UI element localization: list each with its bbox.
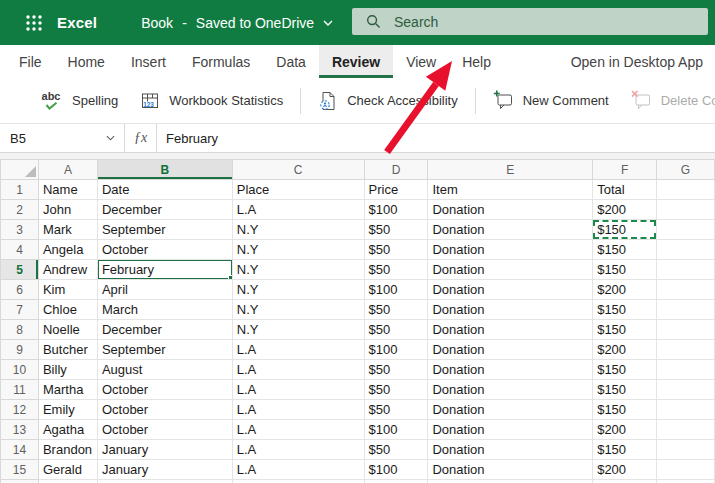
cell-A16[interactable] [38,480,97,483]
cell-A11[interactable]: Martha [38,380,97,400]
cell-E4[interactable]: Donation [428,240,593,260]
cell-G13[interactable] [657,420,715,440]
column-header-G[interactable]: G [657,160,715,180]
cell-F13[interactable]: $200 [593,420,657,440]
formula-input[interactable]: February [157,124,715,152]
cell-A15[interactable]: Gerald [38,460,97,480]
tab-view[interactable]: View [393,45,449,78]
tab-review[interactable]: Review [319,45,393,78]
select-all-button[interactable] [1,160,39,180]
cell-E6[interactable]: Donation [428,280,593,300]
cell-C14[interactable]: L.A [232,440,364,460]
cell-F1[interactable]: Total [593,180,657,200]
cell-C10[interactable]: L.A [232,360,364,380]
cell-A9[interactable]: Butcher [38,340,97,360]
cell-F16[interactable] [593,480,657,483]
cell-C1[interactable]: Place [232,180,364,200]
cell-A14[interactable]: Brandon [38,440,97,460]
cell-B10[interactable]: August [97,360,232,380]
cell-A2[interactable]: John [38,200,97,220]
cell-F10[interactable]: $150 [593,360,657,380]
cell-E13[interactable]: Donation [428,420,593,440]
cell-E11[interactable]: Donation [428,380,593,400]
app-launcher-button[interactable] [24,13,44,33]
cell-E1[interactable]: Item [428,180,593,200]
cell-D9[interactable]: $100 [364,340,428,360]
row-header-5[interactable]: 5 [1,260,39,280]
tab-home[interactable]: Home [55,45,118,78]
cell-E9[interactable]: Donation [428,340,593,360]
row-header-13[interactable]: 13 [1,420,39,440]
cell-C8[interactable]: N.Y [232,320,364,340]
cell-F12[interactable]: $150 [593,400,657,420]
spelling-button[interactable]: abc Spelling [28,85,129,117]
tab-insert[interactable]: Insert [118,45,179,78]
column-header-C[interactable]: C [232,160,364,180]
column-header-F[interactable]: F [593,160,657,180]
cell-G4[interactable] [657,240,715,260]
row-header-8[interactable]: 8 [1,320,39,340]
cell-C7[interactable]: N.Y [232,300,364,320]
cell-C9[interactable]: L.A [232,340,364,360]
cell-G3[interactable] [657,220,715,240]
cell-F4[interactable]: $150 [593,240,657,260]
cell-E3[interactable]: Donation [428,220,593,240]
row-header-16[interactable]: 16 [1,480,39,483]
row-header-9[interactable]: 9 [1,340,39,360]
workbook-statistics-button[interactable]: 123 Workbook Statistics [129,85,294,117]
row-header-10[interactable]: 10 [1,360,39,380]
cell-B15[interactable]: January [97,460,232,480]
cell-B2[interactable]: December [97,200,232,220]
cell-F2[interactable]: $200 [593,200,657,220]
cell-B9[interactable]: September [97,340,232,360]
cell-G12[interactable] [657,400,715,420]
cell-F11[interactable]: $150 [593,380,657,400]
cell-B13[interactable]: October [97,420,232,440]
row-header-11[interactable]: 11 [1,380,39,400]
cell-A10[interactable]: Billy [38,360,97,380]
cell-G2[interactable] [657,200,715,220]
cell-A7[interactable]: Chloe [38,300,97,320]
cell-F14[interactable]: $150 [593,440,657,460]
cell-C13[interactable]: L.A [232,420,364,440]
cell-D5[interactable]: $50 [364,260,428,280]
cell-E8[interactable]: Donation [428,320,593,340]
document-title[interactable]: Book - Saved to OneDrive [141,15,333,31]
cell-G14[interactable] [657,440,715,460]
cell-F5[interactable]: $150 [593,260,657,280]
cell-G11[interactable] [657,380,715,400]
cell-G5[interactable] [657,260,715,280]
cell-D6[interactable]: $100 [364,280,428,300]
cell-B1[interactable]: Date [97,180,232,200]
cell-B14[interactable]: January [97,440,232,460]
cell-D7[interactable]: $50 [364,300,428,320]
cell-D3[interactable]: $50 [364,220,428,240]
insert-function-button[interactable]: ƒx [125,124,157,152]
cell-B4[interactable]: October [97,240,232,260]
cell-D8[interactable]: $50 [364,320,428,340]
tab-help[interactable]: Help [449,45,504,78]
cell-D16[interactable] [364,480,428,483]
cell-E10[interactable]: Donation [428,360,593,380]
cell-A13[interactable]: Agatha [38,420,97,440]
row-header-3[interactable]: 3 [1,220,39,240]
cell-C4[interactable]: N.Y [232,240,364,260]
cell-B3[interactable]: September [97,220,232,240]
cell-C16[interactable] [232,480,364,483]
cell-C11[interactable]: L.A [232,380,364,400]
cell-C5[interactable]: N.Y [232,260,364,280]
row-header-12[interactable]: 12 [1,400,39,420]
cell-B16[interactable] [97,480,232,483]
check-accessibility-button[interactable]: Check Accessibility [307,85,469,117]
cell-G9[interactable] [657,340,715,360]
cell-E16[interactable] [428,480,593,483]
cell-F8[interactable]: $150 [593,320,657,340]
cell-D2[interactable]: $100 [364,200,428,220]
cell-C6[interactable]: N.Y [232,280,364,300]
cell-A8[interactable]: Noelle [38,320,97,340]
cell-D13[interactable]: $100 [364,420,428,440]
cell-E15[interactable]: Donation [428,460,593,480]
open-in-desktop-app-button[interactable]: Open in Desktop App [571,45,703,78]
row-header-1[interactable]: 1 [1,180,39,200]
cell-A12[interactable]: Emily [38,400,97,420]
